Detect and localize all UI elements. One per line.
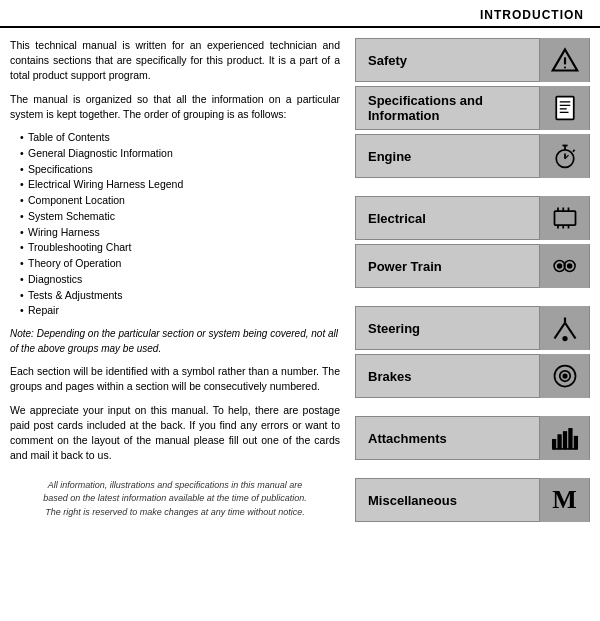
- bullet-item: Table of Contents: [20, 130, 340, 146]
- section-card-attachments[interactable]: Attachments: [355, 416, 590, 460]
- svg-rect-35: [568, 429, 571, 449]
- section-icon-specifications: [539, 86, 589, 130]
- section-icon-miscellaneous: M: [539, 478, 589, 522]
- svg-rect-34: [563, 432, 566, 449]
- section-label-specifications: Specifications and Information: [356, 93, 539, 123]
- svg-rect-3: [556, 97, 574, 120]
- bullet-item: Repair: [20, 303, 340, 319]
- section-icon-safety: [539, 38, 589, 82]
- section-label-engine: Engine: [356, 149, 539, 164]
- section-label-miscellaneous: Miscellaneous: [356, 493, 539, 508]
- section-card-powertrain[interactable]: Power Train: [355, 244, 590, 288]
- section-icon-powertrain: [539, 244, 589, 288]
- section-card-brakes[interactable]: Brakes: [355, 354, 590, 398]
- paragraph-2: The manual is organized so that all the …: [10, 92, 340, 122]
- svg-point-22: [557, 264, 561, 268]
- svg-line-26: [565, 323, 576, 339]
- left-column: This technical manual is written for an …: [10, 38, 345, 527]
- paragraph-3: Each section will be identified with a s…: [10, 364, 340, 394]
- right-column: Safety Specifications and Information En…: [355, 38, 590, 527]
- section-card-miscellaneous[interactable]: MiscellaneousM: [355, 478, 590, 522]
- section-label-electrical: Electrical: [356, 211, 539, 226]
- bullet-item: Tests & Adjustments: [20, 288, 340, 304]
- bullet-item: General Diagnostic Information: [20, 146, 340, 162]
- section-icon-brakes: [539, 354, 589, 398]
- bullet-item: Troubleshooting Chart: [20, 240, 340, 256]
- bullet-item: Wiring Harness: [20, 225, 340, 241]
- section-gap: [355, 292, 590, 302]
- section-icon-steering: [539, 306, 589, 350]
- page-header: INTRODUCTION: [0, 0, 600, 28]
- section-card-steering[interactable]: Steering: [355, 306, 590, 350]
- section-icon-attachments: [539, 416, 589, 460]
- bullet-list: Table of ContentsGeneral Diagnostic Info…: [20, 130, 340, 319]
- bottom-note: All information, illustrations and speci…: [10, 471, 340, 526]
- svg-line-13: [572, 150, 574, 152]
- bullet-item: System Schematic: [20, 209, 340, 225]
- section-card-safety[interactable]: Safety: [355, 38, 590, 82]
- section-label-powertrain: Power Train: [356, 259, 539, 274]
- section-card-engine[interactable]: Engine: [355, 134, 590, 178]
- section-label-attachments: Attachments: [356, 431, 539, 446]
- section-card-specifications[interactable]: Specifications and Information: [355, 86, 590, 130]
- svg-rect-32: [552, 440, 555, 449]
- svg-point-2: [563, 66, 565, 68]
- svg-rect-14: [554, 211, 575, 225]
- bullet-item: Specifications: [20, 162, 340, 178]
- svg-point-31: [563, 374, 567, 378]
- bullet-item: Diagnostics: [20, 272, 340, 288]
- section-card-electrical[interactable]: Electrical: [355, 196, 590, 240]
- section-icon-engine: [539, 134, 589, 178]
- paragraph-4: We appreciate your input on this manual.…: [10, 403, 340, 464]
- bullet-item: Electrical Wiring Harness Legend: [20, 177, 340, 193]
- note-text: Note: Depending on the particular sectio…: [10, 327, 340, 356]
- section-label-steering: Steering: [356, 321, 539, 336]
- section-gap: [355, 182, 590, 192]
- bullet-item: Theory of Operation: [20, 256, 340, 272]
- svg-point-24: [567, 264, 571, 268]
- paragraph-1: This technical manual is written for an …: [10, 38, 340, 84]
- section-label-safety: Safety: [356, 53, 539, 68]
- svg-rect-36: [574, 436, 577, 448]
- section-icon-electrical: [539, 196, 589, 240]
- svg-point-28: [562, 336, 567, 341]
- svg-line-25: [554, 323, 565, 339]
- bullet-item: Component Location: [20, 193, 340, 209]
- section-label-brakes: Brakes: [356, 369, 539, 384]
- section-gap: [355, 464, 590, 474]
- section-gap: [355, 402, 590, 412]
- svg-rect-33: [558, 435, 561, 449]
